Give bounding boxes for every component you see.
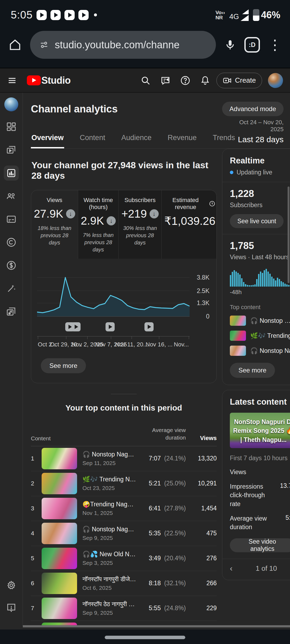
sidebar-item-analytics[interactable]	[4, 166, 19, 181]
clock-icon	[209, 200, 215, 207]
metric-value: +219↓	[121, 207, 159, 220]
realtime-bar	[262, 273, 263, 287]
see-live-count-button[interactable]: See live count	[230, 214, 284, 228]
table-row[interactable]: 7नॉनस्टॉप ठेठ नागपुरी डीजे सोंग 🔥 Nonsto…	[31, 596, 217, 621]
realtime-bar	[281, 281, 282, 287]
browser-menu-icon[interactable]: ⋮	[268, 38, 282, 52]
sidebar-item-dashboard[interactable]	[4, 119, 19, 134]
studio-header: Studio Create	[0, 68, 290, 93]
gesture-handle[interactable]	[105, 636, 185, 639]
video-publish-marker[interactable]	[106, 322, 115, 331]
browser-toolbar: studio.youtube.com/channe :D ⋮	[0, 24, 290, 68]
feedback-icon[interactable]	[160, 75, 171, 86]
sidebar-item-copyright[interactable]	[4, 235, 19, 250]
video-thumbnail	[42, 448, 77, 469]
youtube-notification-icon	[50, 10, 61, 20]
sidebar-item-earn[interactable]	[4, 258, 19, 273]
metric-subscribers[interactable]: Subscribers+219↓30% less than previous 2…	[118, 190, 161, 259]
column-views[interactable]: Views	[186, 435, 217, 442]
video-title: 🎧 Nonstop Na…	[250, 347, 290, 354]
realtime-bar	[273, 279, 274, 287]
tab-trends[interactable]: Trends	[212, 127, 235, 148]
table-row[interactable]: 4🎧 Nonstop Nagpuri Dj ❤️Nagpuri …Sep 9, …	[31, 521, 217, 546]
search-icon[interactable]	[140, 75, 151, 86]
table-row[interactable]: 2🌿🎶 Trending Nagpuri Dj Song 202…Oct 23,…	[31, 471, 217, 496]
trend-down-icon: ↓	[150, 209, 159, 218]
avg-view-duration: 5:55 (24.8%)	[140, 605, 186, 612]
address-bar[interactable]: studio.youtube.com/channe	[30, 31, 216, 59]
sidebar-item-subtitles[interactable]	[4, 212, 19, 227]
tab-overview[interactable]: Overview	[31, 127, 64, 148]
latest-stat-row: Impressions click-through rate13.7%	[230, 482, 290, 508]
hamburger-menu-icon[interactable]	[7, 75, 17, 86]
settings-gear-icon[interactable]	[4, 578, 19, 593]
sidebar-item-community[interactable]	[4, 189, 19, 204]
help-icon[interactable]	[180, 75, 191, 86]
video-title: नॉनस्टॉप नागपुरी डीजे 🔰 नॉनस्टॉप Nagpu…	[82, 576, 136, 583]
horizontal-scrollbar[interactable]	[23, 625, 290, 627]
vertical-scrollbar[interactable]	[288, 186, 289, 283]
notifications-bell-icon[interactable]	[200, 75, 211, 86]
channel-avatar[interactable]	[4, 97, 18, 111]
tab-content[interactable]: Content	[79, 127, 106, 148]
avg-view-duration: 7:07 (24.1%)	[140, 455, 186, 462]
url-text[interactable]: studio.youtube.com/channe	[55, 39, 207, 51]
account-avatar[interactable]	[268, 73, 283, 88]
chart-see-more-button[interactable]: See more	[41, 358, 86, 373]
sidebar-item-content[interactable]	[4, 142, 19, 158]
realtime-bar	[271, 277, 273, 287]
tab-switcher-button[interactable]: :D	[244, 37, 260, 53]
home-icon[interactable]	[8, 38, 22, 52]
gesture-area	[0, 630, 290, 644]
battery-indicator: 46%	[253, 9, 280, 21]
realtime-content-item[interactable]: 🌿🎶 Trending …	[230, 331, 290, 341]
duration-percent: (20.4%)	[162, 555, 186, 562]
sidebar-item-customization[interactable]	[4, 281, 19, 296]
realtime-bar	[258, 274, 259, 287]
realtime-bar	[284, 284, 286, 287]
page-controls-icon[interactable]	[39, 40, 49, 50]
latest-video-thumbnail[interactable]: NonStop Nagpuri Dj Remix Song 2025 🔥 | T…	[230, 413, 290, 448]
video-views: 10,291	[186, 480, 217, 487]
metric-value: 2.9K↓	[81, 214, 116, 227]
table-row[interactable]: 6नॉनस्टॉप नागपुरी डीजे 🔰 नॉनस्टॉप Nagpu……	[31, 571, 217, 596]
youtube-notification-icon	[64, 10, 75, 20]
table-row[interactable]: 3🤪Trending Nagpuri Dj Song 2025 !!…Nov 1…	[31, 496, 217, 521]
realtime-content-item[interactable]: 🎧 Nonstop …1,5	[230, 316, 290, 326]
video-thumbnail	[230, 346, 246, 356]
avg-view-duration: 6:41 (27.8%)	[140, 505, 186, 512]
latest-period-label: First 7 days 10 hours	[230, 455, 290, 462]
video-publish-marker[interactable]	[71, 322, 81, 331]
row-rank: 5	[31, 555, 42, 562]
pager-prev-icon[interactable]: ‹	[230, 564, 233, 573]
metric-views[interactable]: Views27.9K↓18% less than previous 28 day…	[31, 190, 78, 259]
table-row[interactable]: 1🎧 Nonstop Nagpuri Dj ❤️Nagpuri …Sep 11,…	[31, 446, 217, 471]
metric-label: Estimated revenue	[164, 197, 215, 211]
realtime-bar	[230, 275, 231, 287]
table-row[interactable]: 5🎧💦 New Old Nagpuri Song 2025 …Sep 3, 20…	[31, 546, 217, 571]
date-range-picker[interactable]: Oct 24 – Nov 20, 2025 Last 28 days	[235, 119, 284, 148]
tab-audience[interactable]: Audience	[121, 127, 152, 148]
realtime-bar	[254, 284, 256, 287]
advanced-mode-button[interactable]: Advanced mode	[222, 102, 284, 116]
y-axis-label: 1.3K	[197, 299, 209, 307]
send-feedback-icon[interactable]	[4, 600, 19, 615]
tab-revenue[interactable]: Revenue	[167, 127, 197, 148]
sidebar-item-audio-library[interactable]	[4, 304, 19, 319]
column-avg-view-duration[interactable]: Average view duration	[140, 426, 186, 442]
video-thumbnail	[42, 598, 77, 619]
metric-watch-time-hours-[interactable]: Watch time (hours)2.9K↓7% less than prev…	[78, 190, 118, 259]
studio-logo[interactable]: Studio	[23, 75, 71, 86]
microphone-icon[interactable]	[224, 39, 236, 51]
video-date: Sep 3, 2025	[82, 560, 136, 566]
video-publish-marker[interactable]	[144, 322, 154, 331]
vonr-indicator: Vo›› NR	[215, 10, 225, 20]
metric-estimated-revenue[interactable]: Estimated revenue₹1,039.26	[161, 190, 217, 259]
realtime-content-item[interactable]: 🎧 Nonstop Na…	[230, 346, 290, 356]
see-video-analytics-button[interactable]: See video analytics	[230, 538, 290, 552]
metric-note: 7% less than previous 28 days	[81, 232, 116, 253]
latest-video-title: NonStop Nagpuri Dj Remix Song 2025 🔥 | T…	[230, 418, 290, 444]
realtime-see-more-button[interactable]: See more	[230, 363, 275, 378]
column-content[interactable]: Content	[31, 435, 140, 442]
create-button[interactable]: Create	[216, 73, 262, 88]
